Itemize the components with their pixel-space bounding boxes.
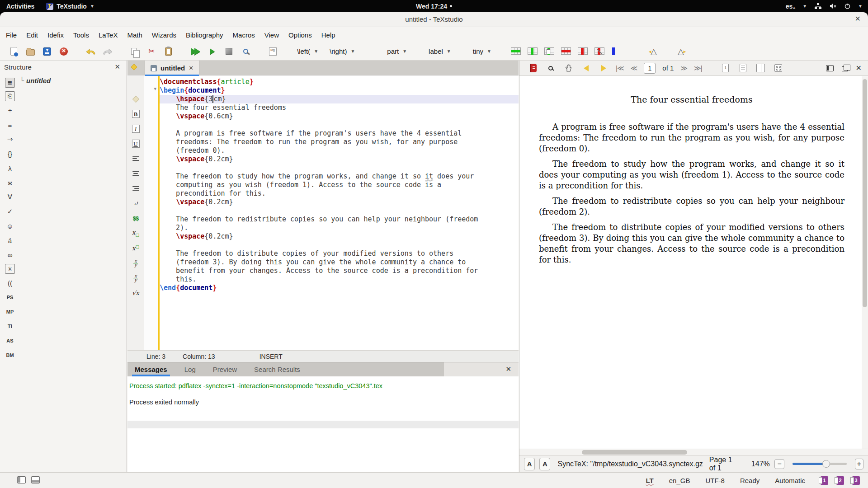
- code-line[interactable]: benefit from your changes. Access to the…: [160, 267, 519, 275]
- delimiters-icon[interactable]: {}: [4, 148, 16, 159]
- menu-file[interactable]: File: [6, 31, 17, 39]
- cyrillic-letters-icon[interactable]: ж: [4, 177, 16, 188]
- newline-button[interactable]: ↵: [130, 198, 141, 208]
- code-line[interactable]: precondition for this.: [160, 189, 519, 198]
- save-button[interactable]: [42, 46, 52, 57]
- messages-tab-search-results[interactable]: Search Results: [254, 362, 300, 376]
- toggle-bottom-panel-icon[interactable]: [31, 476, 40, 483]
- label-dropdown[interactable]: label▼: [426, 47, 454, 55]
- special-symbols-icon[interactable]: ✳: [5, 264, 15, 274]
- misc-math-icon[interactable]: ∀: [4, 192, 16, 202]
- app-menu-button[interactable]: TeXstudio ▼: [46, 3, 94, 10]
- greek-letters-icon[interactable]: λ: [4, 163, 16, 174]
- tab-close-icon[interactable]: ✕: [189, 65, 193, 71]
- beamer-icon[interactable]: BM: [4, 350, 16, 361]
- cut-column-button[interactable]: [594, 46, 605, 57]
- system-tray[interactable]: es₁ ▼ ▼: [786, 3, 863, 10]
- bookmark-1-icon[interactable]: 1: [821, 476, 828, 485]
- menu-view[interactable]: View: [264, 31, 279, 39]
- infinity-symbols-icon[interactable]: ∞: [4, 249, 16, 260]
- code-line[interactable]: \begin{document}: [160, 86, 519, 95]
- remove-row-button[interactable]: [561, 46, 571, 57]
- fraction-button[interactable]: xy: [130, 273, 141, 283]
- new-document-button[interactable]: [8, 46, 19, 57]
- compile-button[interactable]: [207, 46, 217, 57]
- code-line[interactable]: \hspace{3cm}: [160, 95, 519, 103]
- align-center-button[interactable]: [130, 169, 141, 178]
- code-line[interactable]: \vspace{0.6cm}: [160, 112, 519, 121]
- menu-latex[interactable]: LaTeX: [99, 31, 118, 39]
- menu-macros[interactable]: Macros: [233, 31, 255, 39]
- superscript-button[interactable]: x□: [130, 243, 141, 253]
- menu-math[interactable]: Math: [127, 31, 142, 39]
- code-line[interactable]: (freedom 0).: [160, 146, 519, 155]
- remove-column-button[interactable]: [577, 46, 588, 57]
- bookmark-2-icon[interactable]: 2: [836, 476, 844, 485]
- fold-arrow-icon[interactable]: ▾: [154, 86, 156, 92]
- sectioning-dropdown[interactable]: part▼: [384, 47, 410, 55]
- menu-help[interactable]: Help: [321, 31, 335, 39]
- previous-warning-button[interactable]: △: [648, 46, 659, 57]
- code-line[interactable]: \documentclass{article}: [160, 78, 519, 86]
- pdf-continuous-button[interactable]: [738, 63, 749, 74]
- pdf-last-page-button[interactable]: ≫|: [694, 64, 702, 72]
- right-delimiter-dropdown[interactable]: \right)▼: [327, 47, 358, 55]
- bold-button[interactable]: B: [130, 109, 141, 119]
- add-row-button[interactable]: [510, 46, 521, 57]
- fit-window-button[interactable]: A: [539, 458, 550, 470]
- copy-button[interactable]: [129, 46, 140, 57]
- next-warning-button[interactable]: △: [675, 46, 686, 57]
- code-line[interactable]: The freedom to redistribute copies so yo…: [160, 215, 519, 224]
- pstricks-icon[interactable]: PS: [4, 292, 16, 303]
- code-line[interactable]: [160, 164, 519, 172]
- small-frac-button[interactable]: xy: [130, 258, 141, 268]
- code-line[interactable]: \vspace{0.2cm}: [160, 198, 519, 206]
- code-line[interactable]: The freedom to distribute copies of your…: [160, 249, 519, 258]
- align-left-button[interactable]: [130, 154, 141, 164]
- marker-diamond-icon[interactable]: [130, 94, 141, 104]
- diamond-marker-icon[interactable]: [131, 64, 137, 70]
- subscript-button[interactable]: x□: [130, 228, 141, 238]
- code-line[interactable]: \vspace{0.2cm}: [160, 155, 519, 164]
- redo-button[interactable]: [102, 46, 113, 57]
- messages-close-button[interactable]: ✕: [505, 365, 511, 373]
- close-document-button[interactable]: [58, 46, 69, 57]
- status-automatic[interactable]: Automatic: [775, 477, 805, 484]
- tikz-icon[interactable]: TI: [4, 321, 16, 332]
- tab-untitled[interactable]: untitled ✕: [145, 61, 199, 75]
- code-line[interactable]: [160, 241, 519, 249]
- zoom-in-button[interactable]: +: [855, 459, 863, 469]
- messages-tab-messages[interactable]: Messages: [135, 362, 167, 376]
- open-document-button[interactable]: [25, 46, 36, 57]
- code-line[interactable]: this.: [160, 275, 519, 284]
- status-en-gb[interactable]: en_GB: [669, 477, 690, 484]
- asymptote-icon[interactable]: AS: [4, 335, 16, 346]
- menu-idefix[interactable]: Idefix: [47, 31, 64, 39]
- activities-button[interactable]: Activities: [6, 3, 34, 10]
- view-pdf-button[interactable]: [240, 46, 251, 57]
- code-line[interactable]: The freedom to study how the program wor…: [160, 172, 519, 181]
- pdf-horizontal-scrollbar[interactable]: [519, 449, 868, 455]
- math-operators-icon[interactable]: ÷: [4, 105, 16, 116]
- build-and-view-button[interactable]: [190, 46, 201, 57]
- keyboard-layout-label[interactable]: es₁: [786, 3, 795, 10]
- code-line[interactable]: [160, 206, 519, 215]
- code-line[interactable]: A program is free software if the progra…: [160, 129, 519, 138]
- code-line[interactable]: [160, 121, 519, 129]
- zoom-out-button[interactable]: −: [774, 459, 785, 469]
- zoom-slider-knob[interactable]: [822, 460, 830, 468]
- arrow-symbols-icon[interactable]: ⇒: [4, 134, 16, 145]
- align-right-button[interactable]: [130, 183, 141, 193]
- menu-tools[interactable]: Tools: [73, 31, 89, 39]
- stop-button[interactable]: [223, 46, 234, 57]
- languagetool-status[interactable]: LT: [646, 477, 654, 484]
- fold-gutter[interactable]: ▾: [144, 76, 158, 350]
- left-delimiter-dropdown[interactable]: \left(▼: [294, 47, 321, 55]
- log-viewer-button[interactable]: log: [267, 46, 278, 57]
- code-line[interactable]: 2).: [160, 224, 519, 232]
- pdf-back-button[interactable]: [580, 63, 591, 74]
- bookmark-3-icon[interactable]: 3: [852, 476, 860, 485]
- font-size-dropdown[interactable]: tiny▼: [470, 47, 494, 55]
- pdf-forward-button[interactable]: [598, 63, 609, 74]
- fit-width-button[interactable]: A: [524, 458, 535, 470]
